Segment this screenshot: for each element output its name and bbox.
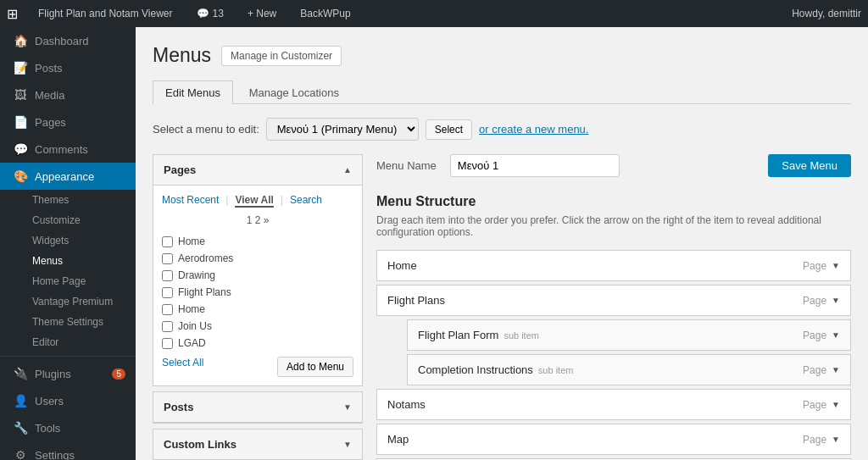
sidebar-item-comments[interactable]: 💬 Comments [0,136,136,163]
tab-view-all[interactable]: View All [235,194,273,208]
menu-separator-1 [0,356,136,357]
admin-bar: ⊞ Flight Plan and Notam Viewer 💬 13 + Ne… [0,0,868,27]
tab-most-recent[interactable]: Most Recent [162,194,219,208]
page-checkbox-lgad[interactable] [162,338,173,349]
menu-row-home[interactable]: Home Page ▼ [376,250,851,281]
page-item-home: Home [162,233,353,250]
adminbar-comments[interactable]: 💬 13 [190,0,231,27]
sidebar-subitem-editor[interactable]: Editor [0,332,136,352]
menu-row-map[interactable]: Map Page ▼ [376,424,851,455]
menu-item-label-fp-form: Flight Plan Form [418,329,498,341]
accordion-pages-body: Most Recent | View All | Search 1 2 » Ho… [153,186,362,385]
page-checkbox-join-us[interactable] [162,321,173,332]
media-icon: 🖼 [13,88,28,102]
sidebar-subitem-theme-settings[interactable]: Theme Settings [0,312,136,332]
menu-name-label: Menu Name [376,159,437,172]
menu-row-flight-plan-form[interactable]: Flight Plan Form sub item Page ▼ [407,319,851,351]
add-items-panel: Pages ▲ Most Recent | View All | Search … [153,154,363,460]
sidebar-item-plugins[interactable]: 🔌 Plugins 5 [0,360,136,387]
menu-row-flight-plans[interactable]: Flight Plans Page ▼ [376,285,851,316]
page-checkbox-aerodromes[interactable] [162,253,173,264]
sidebar-item-posts[interactable]: 📝 Posts [0,54,136,81]
menu-item-arrow-completion[interactable]: ▼ [832,365,840,374]
menu-structure-description: Drag each item into the order you prefer… [376,214,851,238]
posts-icon: 📝 [13,61,28,75]
adminbar-site-name[interactable]: Flight Plan and Notam Viewer [31,0,180,27]
adminbar-backwpup[interactable]: BackWPup [293,0,357,27]
sidebar-item-users[interactable]: 👤 Users [0,387,136,414]
menu-item-arrow-flight-plans[interactable]: ▼ [832,296,840,305]
menu-row-completion[interactable]: Completion Instructions sub item Page ▼ [407,354,851,385]
plugins-badge: 5 [112,369,125,380]
sidebar-subitem-widgets[interactable]: Widgets [0,230,136,251]
accordion-custom-links-header[interactable]: Custom Links ▼ [153,430,362,460]
page-item-join-us: Join Us [162,318,353,335]
menu-editor-wrap: Pages ▲ Most Recent | View All | Search … [153,154,851,460]
tab-edit-menus[interactable]: Edit Menus [153,80,233,104]
accordion-posts-title: Posts [164,401,193,413]
tab-search[interactable]: Search [290,194,322,208]
adminbar-howdy: Howdy, demittir [792,8,861,19]
wp-logo-icon[interactable]: ⊞ [7,6,18,22]
page-label-drawing: Drawing [178,269,215,281]
menu-item-type-notams: Page [803,399,826,411]
sidebar-subitem-customize[interactable]: Customize [0,210,136,230]
sidebar-subitem-menus[interactable]: Menus [0,251,136,271]
select-menu-button[interactable]: Select [426,119,472,140]
menu-item-type-flight-plans: Page [803,295,826,307]
menu-select[interactable]: Μενού 1 (Primary Menu) [266,118,419,141]
dashboard-icon: 🏠 [13,34,28,47]
settings-icon: ⚙ [13,448,28,460]
menu-name-input[interactable] [450,154,620,177]
admin-sidebar: 🏠 Dashboard 📝 Posts 🖼 Media 📄 Pages 💬 Co… [0,27,136,460]
users-icon: 👤 [13,394,28,407]
page-item-drawing: Drawing [162,267,353,284]
menu-item-arrow-home[interactable]: ▼ [832,261,840,270]
menu-structure-title: Menu Structure [376,194,851,209]
page-label-join-us: Join Us [178,320,212,332]
menu-item-arrow-fp-form[interactable]: ▼ [832,330,840,340]
select-all-link[interactable]: Select All [162,357,203,369]
sidebar-subitem-vantage[interactable]: Vantage Premium [0,291,136,312]
sidebar-item-dashboard[interactable]: 🏠 Dashboard [0,27,136,54]
accordion-pages-header[interactable]: Pages ▲ [153,155,362,186]
add-to-menu-button[interactable]: Add to Menu [277,357,353,377]
page-checkbox-home[interactable] [162,236,173,247]
menu-item-arrow-map[interactable]: ▼ [832,435,840,444]
accordion-custom-links-title: Custom Links [164,438,236,451]
comment-icon: 💬 [197,8,209,19]
sidebar-item-settings[interactable]: ⚙ Settings [0,441,136,460]
select-menu-label: Select a menu to edit: [153,123,259,136]
create-new-menu-link[interactable]: or create a new menu. [479,123,588,136]
menu-item-label-home: Home [387,259,417,272]
sidebar-subitem-themes[interactable]: Themes [0,190,136,210]
page-checkbox-home2[interactable] [162,304,173,315]
accordion-posts: Posts ▼ [153,391,363,424]
menu-item-label-notams: Notams [387,398,426,411]
page-label-home: Home [178,236,205,247]
tab-manage-locations[interactable]: Manage Locations [236,80,352,104]
main-content: Menus Manage in Customizer Edit Menus Ma… [136,27,868,460]
page-checkbox-drawing[interactable] [162,270,173,281]
adminbar-new[interactable]: + New [241,0,283,27]
sidebar-item-tools[interactable]: 🔧 Tools [0,414,136,441]
accordion-posts-header[interactable]: Posts ▼ [153,392,362,423]
page-label-flight-plans: Flight Plans [178,286,231,298]
menu-name-row: Menu Name Save Menu [376,154,851,177]
sidebar-subitem-home-page[interactable]: Home Page [0,271,136,291]
sidebar-item-pages[interactable]: 📄 Pages [0,108,136,136]
page-checkbox-flight-plans[interactable] [162,287,173,298]
accordion-pages: Pages ▲ Most Recent | View All | Search … [153,154,363,386]
sidebar-item-media[interactable]: 🖼 Media [0,81,136,108]
page-title: Menus [153,44,211,67]
menu-row-notams[interactable]: Notams Page ▼ [376,389,851,420]
tabs-wrapper: Edit Menus Manage Locations [153,80,851,104]
menu-item-arrow-notams[interactable]: ▼ [832,400,840,409]
save-menu-button[interactable]: Save Menu [768,154,851,177]
pages-icon: 📄 [13,115,28,129]
menu-item-label-map: Map [387,433,409,446]
manage-customizer-button[interactable]: Manage in Customizer [221,46,342,66]
accordion-custom-links: Custom Links ▼ [153,429,363,460]
sidebar-item-appearance[interactable]: 🎨 Appearance [0,163,136,190]
page-search-tabs: Most Recent | View All | Search [162,194,353,208]
